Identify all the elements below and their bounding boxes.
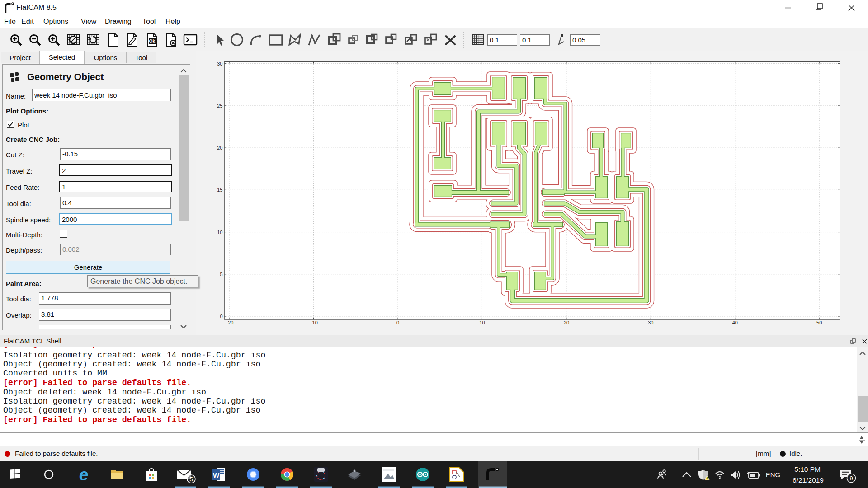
svg-text:5:10 PM: 5:10 PM bbox=[794, 465, 821, 473]
svg-text:!: ! bbox=[707, 477, 708, 480]
svg-text:6/21/2019: 6/21/2019 bbox=[793, 476, 824, 484]
svg-text:e: e bbox=[79, 465, 89, 484]
svg-text:9: 9 bbox=[849, 475, 853, 482]
svg-text:5: 5 bbox=[189, 476, 193, 483]
svg-text:ENG: ENG bbox=[766, 471, 781, 479]
svg-text:W: W bbox=[213, 471, 220, 479]
